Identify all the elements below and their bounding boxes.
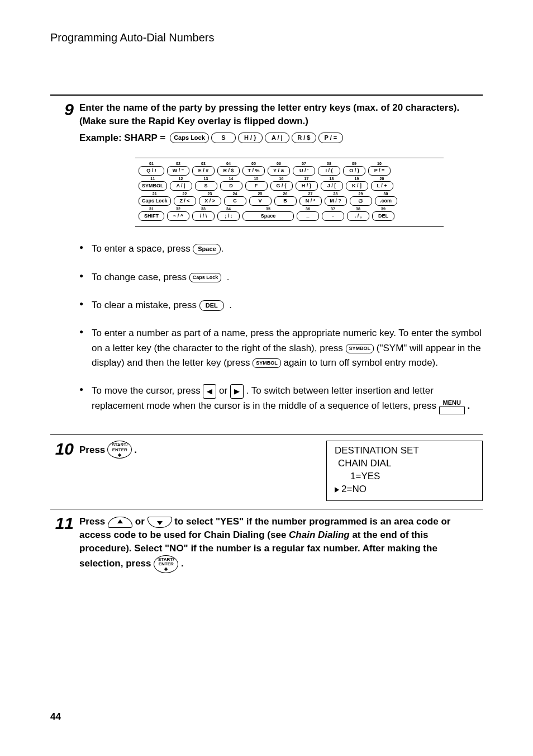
key-number: 33 bbox=[201, 207, 206, 211]
display-line: 2=NO bbox=[335, 483, 474, 496]
key-number: 10 bbox=[377, 162, 382, 166]
keyboard-key: @ bbox=[350, 196, 372, 206]
key-number: 37 bbox=[331, 207, 335, 211]
text: To enter a space, press bbox=[92, 243, 193, 254]
down-arrow-key-icon bbox=[147, 517, 172, 528]
keyboard-key: P / = bbox=[368, 166, 391, 176]
right-triangle-icon bbox=[335, 487, 339, 493]
keyboard-key: B bbox=[274, 196, 297, 206]
key-number: 34 bbox=[226, 207, 231, 211]
bullet-clear: To clear a mistake, press DEL . bbox=[79, 298, 483, 313]
keyboard-key: . / , bbox=[347, 211, 369, 221]
key-number: 32 bbox=[176, 207, 180, 211]
keyboard-key: ~ / ^ bbox=[167, 211, 189, 221]
text: To change case, press bbox=[92, 272, 189, 282]
key-number: 23 bbox=[208, 192, 212, 196]
keyboard-key: G / { bbox=[270, 181, 293, 191]
step-9: 9 Enter the name of the party by pressin… bbox=[50, 96, 483, 434]
keyboard-row-2: 11SYMBOL12A / |13S14D15F16G / {17H / }18… bbox=[139, 177, 440, 191]
keyboard-key: ; / : bbox=[217, 211, 240, 221]
key-number: 35 bbox=[266, 207, 270, 211]
up-arrow-key-icon bbox=[108, 517, 132, 528]
keyboard-key: J / [ bbox=[321, 181, 343, 191]
diamond-icon: ◈ bbox=[164, 567, 168, 571]
key-number: 02 bbox=[176, 162, 180, 166]
start-enter-key-icon: START/ ENTER ◈ bbox=[154, 555, 178, 573]
keyboard-row-1: 01Q / !02W / "03E / #04R / $05T / %06Y /… bbox=[139, 162, 440, 176]
key-number: 24 bbox=[233, 192, 237, 196]
menu-label: MENU bbox=[443, 400, 461, 406]
step-11: 11 Press or to select "YES" if the numbe… bbox=[50, 509, 483, 580]
key-number: 11 bbox=[150, 177, 155, 181]
lcd-display: DESTINATION SET CHAIN DIAL 1=YES 2=NO bbox=[326, 441, 483, 501]
key-del: DEL bbox=[199, 300, 224, 311]
keyboard-key: Y / & bbox=[268, 166, 290, 176]
keyboard-key: Caps Lock bbox=[139, 196, 171, 206]
keyboard-key: R / $ bbox=[217, 166, 240, 176]
step9-example: Example: SHARP = Caps Lock S H / } A / |… bbox=[79, 131, 483, 145]
step9-bullets: To enter a space, press Space. To change… bbox=[79, 242, 483, 413]
keyboard-key: C bbox=[224, 196, 246, 206]
key-capslock: Caps Lock bbox=[189, 273, 222, 282]
step-number: 11 bbox=[50, 515, 79, 573]
key-capslock: Caps Lock bbox=[170, 133, 209, 143]
keyboard-key: F bbox=[245, 181, 268, 191]
key-number: 31 bbox=[149, 207, 154, 211]
key-number: 25 bbox=[258, 192, 263, 196]
key-number: 29 bbox=[359, 192, 363, 196]
key-number: 05 bbox=[251, 162, 256, 166]
start-bot: ENTER bbox=[112, 448, 127, 452]
key-number: 09 bbox=[352, 162, 356, 166]
key-r: R / $ bbox=[292, 133, 316, 143]
keyboard-key: E / # bbox=[192, 166, 215, 176]
period: . bbox=[468, 400, 470, 411]
start-bot: ENTER bbox=[159, 562, 174, 566]
key-number: 30 bbox=[384, 192, 388, 196]
key-h: H / } bbox=[238, 133, 263, 143]
keyboard-key: .com bbox=[375, 196, 397, 206]
keyboard-key: A / | bbox=[170, 181, 192, 191]
keyboard-key: Q / ! bbox=[139, 166, 164, 176]
key-number: 20 bbox=[380, 177, 384, 181]
key-number: 28 bbox=[334, 192, 338, 196]
display-line: 1=YES bbox=[335, 470, 474, 483]
keyboard-key: - bbox=[322, 211, 344, 221]
key-number: 06 bbox=[277, 162, 281, 166]
keyboard-key: T / % bbox=[242, 166, 265, 176]
display-value: 2=NO bbox=[341, 484, 367, 494]
key-number: 27 bbox=[308, 192, 313, 196]
key-number: 04 bbox=[226, 162, 231, 166]
key-number: 17 bbox=[304, 177, 309, 181]
keyboard-key: N / * bbox=[299, 196, 322, 206]
keyboard-key: H / } bbox=[296, 181, 318, 191]
right-arrow-key-icon: ▶ bbox=[230, 384, 244, 399]
menu-key-icon: MENU bbox=[439, 400, 465, 414]
display-line: DESTINATION SET bbox=[335, 445, 474, 457]
start-enter-key-icon: START/ ENTER ◈ bbox=[107, 441, 132, 459]
keyboard-row-3: 21Caps Lock22Z / <23X / >24C25V26B27N / … bbox=[139, 192, 440, 206]
period: . bbox=[221, 243, 223, 254]
key-number: 03 bbox=[201, 162, 206, 166]
period: . bbox=[181, 558, 184, 569]
keyboard-overlay-diagram: 01Q / !02W / "03E / #04R / $05T / %06Y /… bbox=[135, 158, 444, 227]
press-label: Press bbox=[79, 443, 105, 457]
keyboard-key: Z / < bbox=[174, 196, 196, 206]
step11-text: Press or to select "YES" if the number p… bbox=[79, 515, 483, 573]
keyboard-key: _ bbox=[297, 211, 319, 221]
key-number: 26 bbox=[283, 192, 288, 196]
example-prefix: Example: SHARP = bbox=[79, 131, 165, 145]
key-number: 38 bbox=[356, 207, 360, 211]
bullet-number-symbol: To enter a number as part of a name, pre… bbox=[79, 326, 483, 370]
period: . bbox=[134, 443, 137, 457]
keyboard-key: V bbox=[249, 196, 272, 206]
menu-box bbox=[439, 407, 465, 414]
text: or bbox=[219, 385, 230, 396]
keyboard-key: / / \ bbox=[192, 211, 215, 221]
keyboard-key: O / ) bbox=[343, 166, 365, 176]
key-number: 07 bbox=[302, 162, 306, 166]
text: Press bbox=[79, 516, 108, 527]
key-number: 14 bbox=[229, 177, 234, 181]
key-number: 08 bbox=[327, 162, 331, 166]
keyboard-key: K / ] bbox=[346, 181, 368, 191]
keyboard-key: L / + bbox=[371, 181, 393, 191]
